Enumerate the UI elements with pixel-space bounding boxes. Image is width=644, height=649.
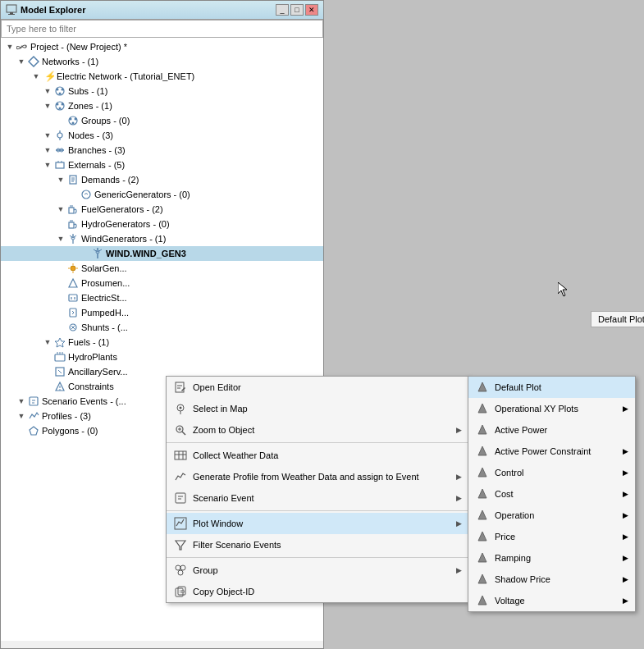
voltage-label: Voltage: [495, 596, 525, 606]
submenu-operational-xy[interactable]: Operational XY Plots ▶: [468, 398, 635, 419]
submenu-active-power[interactable]: Active Power: [468, 419, 635, 441]
zoom-arrow: ▶: [456, 426, 462, 434]
tree-item-electric-st[interactable]: ▶ ElectricSt...: [1, 290, 323, 305]
tree-item-subs[interactable]: ▼ Subs - (1): [1, 84, 323, 98]
svg-rect-0: [7, 5, 16, 12]
menu-group[interactable]: Group ▶: [167, 560, 468, 581]
menu-select-in-map[interactable]: Select in Map: [167, 398, 468, 419]
minimize-button[interactable]: _: [276, 4, 289, 16]
submenu-operation[interactable]: Operation ▶: [468, 505, 635, 526]
menu-collect-weather[interactable]: Collect Weather Data: [167, 445, 468, 466]
group-label: Group: [193, 565, 451, 575]
svg-text:ID: ID: [180, 589, 185, 594]
tree-item-hydro-plants[interactable]: ▶ HydroPlants: [1, 350, 323, 364]
tree-item-fuel-gen[interactable]: ▼ FuelGenerators - (2): [1, 202, 323, 217]
svg-marker-108: [478, 553, 486, 562]
close-button[interactable]: ✕: [305, 4, 318, 16]
expander-demands[interactable]: ▼: [55, 174, 66, 185]
svg-marker-109: [478, 574, 486, 583]
submenu-control[interactable]: Control ▶: [468, 462, 635, 483]
gen-profile-label: Generate Profile from Weather Data and a…: [193, 472, 451, 482]
menu-gen-profile[interactable]: Generate Profile from Weather Data and a…: [167, 466, 468, 487]
tree-item-externals[interactable]: ▼ Externals - (5): [1, 158, 323, 172]
hydro-plants-label: HydroPlants: [68, 352, 117, 362]
project-label: Project - (New Project) *: [30, 42, 127, 52]
context-menu: Open Editor Select in Map Zoom to Object…: [166, 376, 469, 603]
submenu-shadow-price[interactable]: Shadow Price ▶: [468, 569, 635, 590]
filter-icon: [173, 537, 188, 552]
tree-item-hydro-gen[interactable]: ▶ HydroGenerators - (0): [1, 217, 323, 231]
expander-externals[interactable]: ▼: [42, 159, 53, 171]
expander-nodes[interactable]: ▼: [42, 130, 53, 141]
select-in-map-label: Select in Map: [193, 404, 462, 414]
active-power-constraint-label: Active Power Constraint: [495, 446, 591, 456]
tree-item-shunts[interactable]: ▶ Shunts - (...: [1, 320, 323, 335]
expander-fuel[interactable]: ▼: [55, 203, 66, 215]
svg-marker-107: [478, 532, 486, 541]
submenu-voltage[interactable]: Voltage ▶: [468, 590, 635, 611]
submenu-cost[interactable]: Cost ▶: [468, 483, 635, 505]
tree-item-generic-gen[interactable]: ▶ GenericGenerators - (0): [1, 187, 323, 202]
ramping-label: Ramping: [495, 553, 531, 563]
zones-label: Zones - (1): [68, 101, 112, 111]
svg-line-82: [182, 432, 185, 435]
tree-item-solar[interactable]: ▶ SolarGen...: [1, 261, 323, 276]
expander-electric[interactable]: ▼: [30, 71, 42, 82]
expander-subs[interactable]: ▼: [42, 85, 53, 97]
polygons-icon: [27, 424, 40, 437]
tree-item-project[interactable]: ▼ Project - (New Project) *: [1, 39, 323, 54]
ramping-arrow: ▶: [623, 554, 628, 562]
expander-fuels[interactable]: ▼: [42, 336, 53, 348]
submenu-active-power-constraint[interactable]: Active Power Constraint ▶: [468, 441, 635, 462]
svg-rect-23: [56, 162, 64, 168]
window-controls: _ □ ✕: [276, 4, 318, 16]
profiles-label: Profiles - (3): [42, 411, 91, 421]
control-label: Control: [495, 468, 523, 478]
tree-item-demands[interactable]: ▼ Demands - (2): [1, 172, 323, 187]
menu-scenario-event[interactable]: Scenario Event ▶: [167, 487, 468, 509]
menu-copy-id[interactable]: ID Copy Object-ID: [167, 581, 468, 602]
gen-arrow: ▶: [456, 473, 462, 481]
expander-zones[interactable]: ▼: [42, 100, 53, 112]
tree-item-networks[interactable]: ▼ Networks - (1): [1, 54, 323, 69]
tree-item-wind-gen[interactable]: ▼ WindGenerators - (1): [1, 231, 323, 246]
expander-networks[interactable]: ▼: [16, 56, 27, 67]
menu-zoom-to-object[interactable]: Zoom to Object ▶: [167, 419, 468, 441]
menu-filter-events[interactable]: Filter Scenario Events: [167, 534, 468, 555]
submenu-default-plot[interactable]: Default Plot: [468, 377, 635, 398]
tree-item-electric-network[interactable]: ▼ ⚡ Electric Network - (Tutorial_ENET): [1, 69, 323, 84]
groups-icon: [66, 114, 80, 127]
window-titlebar: Model Explorer _ □ ✕: [1, 1, 323, 20]
plot-arrow: ▶: [456, 519, 462, 528]
shadow-price-icon: [475, 572, 490, 587]
expander-wind[interactable]: ▼: [55, 233, 66, 245]
scenario-arrow: ▶: [456, 494, 462, 502]
svg-point-47: [71, 266, 75, 271]
expander-project[interactable]: ▼: [4, 41, 16, 53]
svg-point-12: [59, 107, 62, 110]
tree-item-branches[interactable]: ▼ Branches - (3): [1, 143, 323, 158]
cost-icon: [475, 487, 490, 501]
zones-icon: [53, 99, 66, 112]
submenu-ramping[interactable]: Ramping ▶: [468, 547, 635, 569]
submenu-price[interactable]: Price ▶: [468, 526, 635, 547]
networks-icon: [27, 55, 40, 68]
expander-scenario-events[interactable]: ▼: [16, 395, 27, 407]
restore-button[interactable]: □: [290, 4, 304, 16]
tree-item-nodes[interactable]: ▼ Nodes - (3): [1, 128, 323, 143]
menu-open-editor[interactable]: Open Editor: [167, 377, 468, 398]
expander-profiles[interactable]: ▼: [16, 410, 27, 422]
tree-item-fuels[interactable]: ▼ Fuels - (1): [1, 335, 323, 350]
filter-input[interactable]: [1, 20, 323, 38]
control-arrow: ▶: [623, 468, 628, 477]
tree-item-prosumen[interactable]: ▶ Prosumen...: [1, 276, 323, 290]
tree-item-groups[interactable]: ▶ Groups - (0): [1, 113, 323, 128]
tree-item-zones[interactable]: ▼ Zones - (1): [1, 98, 323, 113]
expander-branches[interactable]: ▼: [42, 144, 53, 156]
menu-plot-window[interactable]: Plot Window ▶: [167, 513, 468, 534]
svg-line-58: [72, 313, 74, 314]
operational-xy-icon: [475, 401, 490, 416]
demands-label: Demands - (2): [81, 175, 139, 185]
tree-item-wind-gen3[interactable]: ▶ WIND.WIND_GEN3: [1, 246, 323, 261]
tree-item-pumped[interactable]: ▶ PumpedH...: [1, 305, 323, 320]
